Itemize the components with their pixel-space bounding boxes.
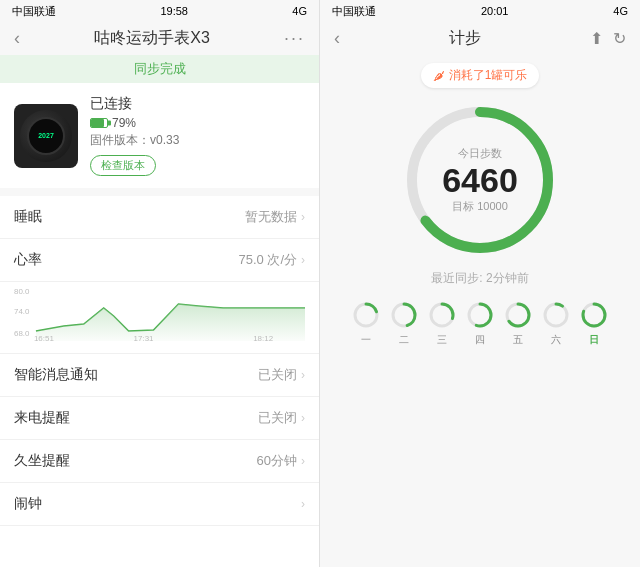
svg-text:16:51: 16:51 <box>34 334 54 341</box>
menu-label-notification: 智能消息通知 <box>14 366 98 384</box>
weekday-ring-thu <box>466 301 494 329</box>
svg-text:74.0: 74.0 <box>14 307 30 316</box>
menu-label-heartrate: 心率 <box>14 251 42 269</box>
menu-item-heartrate[interactable]: 心率 75.0 次/分 › <box>0 239 319 282</box>
menu-right-call: 已关闭 › <box>258 409 305 427</box>
sync-time: 最近同步: 2分钟前 <box>431 270 528 287</box>
svg-text:80.0: 80.0 <box>14 287 30 296</box>
menu-item-call[interactable]: 来电提醒 已关闭 › <box>0 397 319 440</box>
back-icon-right[interactable]: ‹ <box>334 28 340 49</box>
svg-text:18:12: 18:12 <box>253 334 273 341</box>
chevron-icon-alarm: › <box>301 497 305 511</box>
menu-item-notification[interactable]: 智能消息通知 已关闭 › <box>0 354 319 397</box>
heart-rate-section[interactable]: 心率 75.0 次/分 › 80.0 74.0 <box>0 239 319 354</box>
chevron-icon-sleep: › <box>301 210 305 224</box>
menu-value-heartrate: 75.0 次/分 <box>238 251 297 269</box>
menu-label-alarm: 闹钟 <box>14 495 42 513</box>
svg-text:17:31: 17:31 <box>134 334 154 341</box>
refresh-icon[interactable]: ↻ <box>613 29 626 48</box>
step-count: 6460 <box>442 163 518 197</box>
weekdays-row: 一 二 三 <box>320 293 640 355</box>
status-bar-right: 中国联通 20:01 4G <box>320 0 640 22</box>
more-icon[interactable]: ··· <box>284 28 305 49</box>
weekday-label-thu: 四 <box>475 333 485 347</box>
weekday-ring-sun <box>580 301 608 329</box>
page-title-left: 咕咚运动手表X3 <box>94 28 210 49</box>
weekday-fri: 五 <box>504 301 532 347</box>
time-right: 20:01 <box>481 5 509 17</box>
right-panel: 中国联通 20:01 4G ‹ 计步 ⬆ ↻ 🌶 消耗了1罐可乐 今日步数 <box>320 0 640 567</box>
heart-rate-chart: 80.0 74.0 68.0 16:51 17:31 18:12 <box>14 286 305 341</box>
menu-right-sleep: 暂无数据 › <box>245 208 305 226</box>
weekday-ring-fri <box>504 301 532 329</box>
menu-item-alarm[interactable]: 闹钟 › <box>0 483 319 526</box>
battery-tip <box>108 121 111 126</box>
status-bar-left: 中国联通 19:58 4G <box>0 0 319 22</box>
weekday-wed: 三 <box>428 301 456 347</box>
weekday-label-mon: 一 <box>361 333 371 347</box>
menu-right-sedentary: 60分钟 › <box>257 452 305 470</box>
device-info: 已连接 79% 固件版本：v0.33 检查版本 <box>90 95 305 176</box>
weekday-label-wed: 三 <box>437 333 447 347</box>
battery-row: 79% <box>90 116 305 130</box>
weekday-label-fri: 五 <box>513 333 523 347</box>
weekday-ring-tue <box>390 301 418 329</box>
weekday-label-sat: 六 <box>551 333 561 347</box>
chevron-icon-call: › <box>301 411 305 425</box>
weekday-ring-sat <box>542 301 570 329</box>
watch-face-inner: 2027 <box>27 117 65 155</box>
left-panel: 中国联通 19:58 4G ‹ 咕咚运动手表X3 ··· 同步完成 2027 已… <box>0 0 320 567</box>
header-actions-right: ⬆ ↻ <box>590 29 626 48</box>
weekday-sat: 六 <box>542 301 570 347</box>
menu-item-sedentary[interactable]: 久坐提醒 60分钟 › <box>0 440 319 483</box>
watch-face: 2027 <box>20 110 72 162</box>
menu-list: 睡眠 暂无数据 › 心率 75.0 次/分 › <box>0 196 319 567</box>
weekday-tue: 二 <box>390 301 418 347</box>
share-icon[interactable]: ⬆ <box>590 29 603 48</box>
time-left: 19:58 <box>160 5 188 17</box>
menu-value-sleep: 暂无数据 <box>245 208 297 226</box>
menu-label-sedentary: 久坐提醒 <box>14 452 70 470</box>
firmware-text: 固件版本：v0.33 <box>90 132 305 149</box>
step-target: 目标 10000 <box>442 199 518 214</box>
heart-rate-chart-area: 80.0 74.0 68.0 16:51 17:31 18:12 <box>0 282 319 354</box>
menu-right-notification: 已关闭 › <box>258 366 305 384</box>
chevron-icon-heartrate: › <box>301 253 305 267</box>
weekday-sun: 日 <box>580 301 608 347</box>
page-title-right: 计步 <box>449 28 481 49</box>
weekday-ring-wed <box>428 301 456 329</box>
calorie-badge: 🌶 消耗了1罐可乐 <box>421 63 540 88</box>
step-content: 🌶 消耗了1罐可乐 今日步数 6460 目标 10000 最近同步: 2分钟前 <box>320 55 640 567</box>
network-right: 4G <box>613 5 628 17</box>
menu-right-heartrate: 75.0 次/分 › <box>238 251 305 269</box>
menu-value-call: 已关闭 <box>258 409 297 427</box>
weekday-mon: 一 <box>352 301 380 347</box>
menu-item-sleep[interactable]: 睡眠 暂无数据 › <box>0 196 319 239</box>
device-section: 2027 已连接 79% 固件版本：v0.33 检查版本 <box>0 83 319 188</box>
check-version-button[interactable]: 检查版本 <box>90 155 156 176</box>
header-left: ‹ 咕咚运动手表X3 ··· <box>0 22 319 55</box>
weekday-ring-mon <box>352 301 380 329</box>
flame-icon: 🌶 <box>433 69 445 83</box>
connected-status: 已连接 <box>90 95 305 113</box>
carrier-right: 中国联通 <box>332 4 376 19</box>
sync-banner: 同步完成 <box>0 55 319 83</box>
device-image: 2027 <box>14 104 78 168</box>
ring-center: 今日步数 6460 目标 10000 <box>442 146 518 214</box>
battery-fill <box>91 119 104 127</box>
menu-label-sleep: 睡眠 <box>14 208 42 226</box>
svg-point-19 <box>545 304 567 326</box>
weekday-thu: 四 <box>466 301 494 347</box>
chevron-icon-sedentary: › <box>301 454 305 468</box>
svg-text:68.0: 68.0 <box>14 329 30 338</box>
step-ring-container: 今日步数 6460 目标 10000 <box>400 100 560 260</box>
menu-value-notification: 已关闭 <box>258 366 297 384</box>
calorie-text: 消耗了1罐可乐 <box>449 67 528 84</box>
chevron-icon-notification: › <box>301 368 305 382</box>
carrier-left: 中国联通 <box>12 4 56 19</box>
network-left: 4G <box>292 5 307 17</box>
battery-icon <box>90 118 108 128</box>
menu-right-alarm: › <box>297 497 305 511</box>
back-icon-left[interactable]: ‹ <box>14 28 20 49</box>
menu-value-sedentary: 60分钟 <box>257 452 297 470</box>
